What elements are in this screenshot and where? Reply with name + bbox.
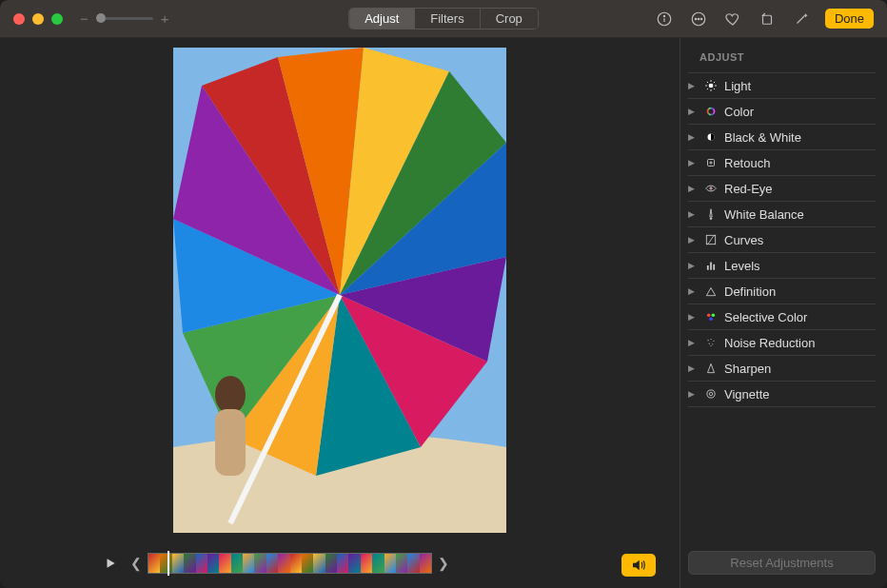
selective-color-icon: [703, 309, 719, 324]
close-window-button[interactable]: [13, 13, 25, 25]
maximize-window-button[interactable]: [51, 13, 63, 25]
noise-reduction-icon: [703, 335, 719, 350]
adjust-retouch[interactable]: ▶ Retouch: [688, 150, 876, 176]
chevron-right-icon: ▶: [688, 158, 698, 167]
photo-image: [173, 48, 506, 533]
zoom-thumb[interactable]: [96, 13, 106, 23]
photo-preview[interactable]: [173, 48, 506, 533]
rotate-button[interactable]: [757, 9, 778, 29]
titlebar: − + Adjust Filters Crop Done: [0, 0, 887, 38]
adjust-definition[interactable]: ▶ Definition: [688, 279, 876, 304]
chevron-right-icon: ▶: [688, 286, 698, 296]
svg-rect-31: [713, 265, 715, 270]
adjust-definition-label: Definition: [724, 284, 776, 299]
svg-point-6: [700, 18, 702, 20]
svg-point-34: [709, 318, 713, 322]
adjust-curves-label: Curves: [724, 233, 763, 247]
svg-point-10: [215, 376, 246, 414]
playhead[interactable]: [168, 551, 169, 576]
play-button[interactable]: [100, 553, 121, 574]
trim-start-handle[interactable]: ❮: [128, 556, 144, 571]
adjust-noise-reduction[interactable]: ▶ Noise Reduction: [688, 330, 876, 356]
chevron-right-icon: ▶: [688, 132, 698, 142]
favorite-button[interactable]: [722, 9, 743, 29]
chevron-right-icon: ▶: [688, 184, 698, 193]
light-icon: [703, 78, 719, 93]
adjust-black-white-label: Black & White: [724, 130, 801, 145]
zoom-out-icon: −: [80, 10, 89, 27]
adjust-curves[interactable]: ▶ Curves: [688, 227, 876, 253]
retouch-icon: [703, 155, 719, 170]
tab-crop[interactable]: Crop: [481, 9, 538, 29]
vignette-icon: [703, 386, 719, 402]
adjust-sharpen-label: Sharpen: [724, 362, 771, 376]
adjust-light-label: Light: [724, 79, 751, 93]
auto-enhance-button[interactable]: [791, 9, 812, 29]
tab-adjust[interactable]: Adjust: [349, 9, 415, 29]
chevron-right-icon: ▶: [688, 107, 698, 116]
svg-rect-11: [215, 409, 246, 476]
chevron-right-icon: ▶: [688, 363, 698, 373]
thumbnail-size-slider[interactable]: − +: [80, 10, 169, 27]
volume-button[interactable]: [621, 554, 656, 577]
adjust-black-white[interactable]: ▶ Black & White: [688, 125, 876, 150]
tab-filters[interactable]: Filters: [415, 9, 480, 29]
adjust-color[interactable]: ▶ Color: [688, 99, 876, 125]
adjustments-list: ▶ Light ▶ Color ▶ Black & White: [688, 73, 876, 407]
adjust-red-eye-label: Red-Eye: [724, 182, 773, 196]
svg-rect-29: [707, 265, 709, 270]
definition-icon: [703, 284, 719, 299]
svg-point-27: [710, 218, 712, 220]
adjust-red-eye[interactable]: ▶ Red-Eye: [688, 176, 876, 202]
more-options-button[interactable]: [688, 9, 709, 29]
chevron-right-icon: ▶: [688, 235, 698, 245]
adjust-vignette[interactable]: ▶ Vignette: [688, 382, 876, 407]
minimize-window-button[interactable]: [32, 13, 44, 25]
chevron-right-icon: ▶: [688, 261, 698, 270]
adjust-retouch-label: Retouch: [724, 156, 770, 170]
adjust-selective-color-label: Selective Color: [724, 310, 807, 324]
adjust-light[interactable]: ▶ Light: [688, 73, 876, 99]
svg-point-41: [707, 390, 715, 398]
toolbar-right: Done: [654, 9, 874, 29]
chevron-right-icon: ▶: [688, 209, 698, 219]
main: ❮: [0, 38, 887, 588]
info-button[interactable]: [654, 9, 675, 29]
photo-canvas: ❮: [0, 38, 680, 588]
chevron-right-icon: ▶: [688, 81, 698, 90]
adjust-selective-color[interactable]: ▶ Selective Color: [688, 304, 876, 330]
adjust-white-balance[interactable]: ▶ White Balance: [688, 202, 876, 227]
trim-end-handle[interactable]: ❯: [436, 556, 451, 571]
svg-line-19: [714, 82, 715, 83]
chevron-right-icon: ▶: [688, 338, 698, 347]
color-icon: [703, 104, 719, 119]
adjust-noise-reduction-label: Noise Reduction: [724, 336, 815, 350]
svg-line-18: [714, 88, 715, 89]
zoom-in-icon: +: [161, 10, 169, 27]
adjust-sharpen[interactable]: ▶ Sharpen: [688, 356, 876, 382]
curves-icon: [703, 232, 719, 247]
svg-point-40: [710, 345, 711, 346]
edit-mode-tabs: Adjust Filters Crop: [348, 8, 539, 29]
adjust-levels[interactable]: ▶ Levels: [688, 253, 876, 279]
zoom-track[interactable]: [96, 17, 153, 20]
chevron-right-icon: ▶: [688, 389, 698, 399]
filmstrip[interactable]: [148, 553, 432, 574]
svg-point-38: [709, 343, 710, 344]
white-balance-icon: [703, 206, 719, 222]
svg-line-17: [707, 82, 708, 83]
adjust-sidebar: ADJUST ▶ Light ▶ Color ▶: [680, 38, 887, 588]
svg-point-36: [710, 339, 711, 340]
svg-point-5: [698, 18, 700, 20]
chevron-right-icon: ▶: [688, 312, 698, 322]
done-button[interactable]: Done: [825, 9, 874, 29]
svg-point-42: [709, 392, 713, 396]
svg-point-4: [695, 18, 697, 20]
red-eye-icon: [703, 181, 719, 196]
svg-line-20: [707, 88, 708, 89]
svg-rect-30: [710, 263, 712, 270]
svg-point-26: [710, 187, 712, 189]
black-white-icon: [703, 129, 719, 145]
reset-adjustments-button[interactable]: Reset Adjustments: [688, 551, 876, 575]
video-timeline: ❮: [100, 552, 451, 575]
